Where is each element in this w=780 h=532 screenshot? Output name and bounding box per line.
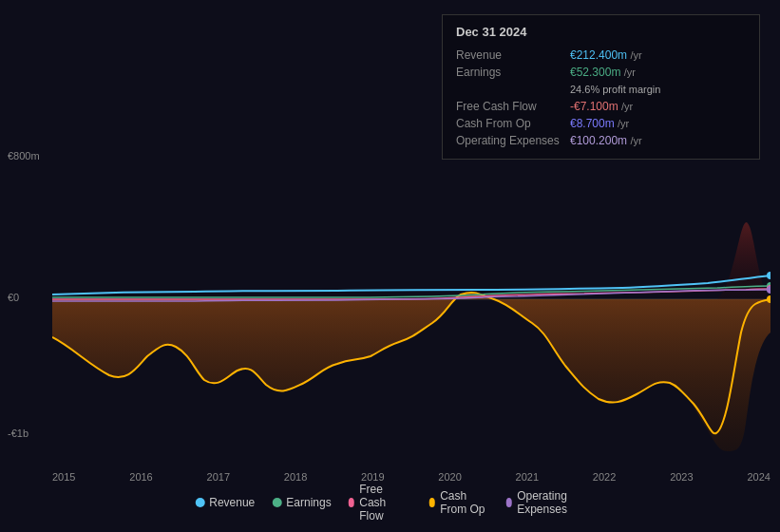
cash-from-op-value: €8.700m /yr: [570, 115, 746, 132]
opex-row: Operating Expenses €100.200m /yr: [456, 132, 746, 149]
revenue-value: €212.400m /yr: [570, 47, 746, 64]
legend-earnings-label: Earnings: [286, 496, 331, 509]
opex-value: €100.200m /yr: [570, 132, 746, 149]
x-axis: 2015 2016 2017 2018 2019 2020 2021 2022 …: [52, 471, 770, 483]
earnings-value: €52.300m /yr: [570, 64, 746, 81]
legend-fcf-label: Free Cash Flow: [359, 483, 411, 522]
y-axis-zero: €0: [8, 292, 19, 303]
legend-earnings-dot: [272, 498, 281, 507]
x-label-2022: 2022: [593, 471, 616, 483]
earnings-label: Earnings: [456, 64, 570, 81]
y-axis-top: €800m: [8, 150, 40, 162]
legend-revenue-dot: [195, 498, 204, 507]
x-label-2015: 2015: [52, 471, 75, 483]
legend-fcf: Free Cash Flow: [349, 483, 412, 522]
cash-from-op-fill: [52, 293, 770, 451]
revenue-end-dot: [767, 272, 770, 279]
revenue-row: Revenue €212.400m /yr: [456, 47, 746, 64]
legend-cash-from-op-label: Cash From Op: [440, 489, 488, 516]
legend-cash-from-op: Cash From Op: [429, 489, 489, 516]
legend-cash-from-op-dot: [429, 498, 436, 507]
cash-from-op-row: Cash From Op €8.700m /yr: [456, 115, 746, 132]
legend-revenue: Revenue: [195, 496, 255, 509]
legend-revenue-label: Revenue: [209, 496, 255, 509]
profit-margin-label: [456, 81, 570, 98]
cash-from-op-label: Cash From Op: [456, 115, 570, 132]
metrics-table: Revenue €212.400m /yr Earnings €52.300m …: [456, 47, 746, 149]
x-label-2020: 2020: [438, 471, 461, 483]
legend-earnings: Earnings: [272, 496, 331, 509]
fcf-label: Free Cash Flow: [456, 98, 570, 115]
main-chart: [52, 147, 770, 451]
x-label-2016: 2016: [129, 471, 152, 483]
legend-fcf-dot: [349, 498, 355, 507]
profit-margin-row: 24.6% profit margin: [456, 81, 746, 98]
fcf-row: Free Cash Flow -€7.100m /yr: [456, 98, 746, 115]
x-label-2019: 2019: [361, 471, 384, 483]
info-box: Dec 31 2024 Revenue €212.400m /yr Earnin…: [442, 14, 760, 160]
profit-margin-value: 24.6% profit margin: [570, 81, 746, 98]
fcf-value: -€7.100m /yr: [570, 98, 746, 115]
date-header: Dec 31 2024: [456, 25, 746, 39]
x-label-2021: 2021: [516, 471, 539, 483]
earnings-row: Earnings €52.300m /yr: [456, 64, 746, 81]
legend-opex-label: Operating Expenses: [517, 489, 585, 516]
legend-opex: Operating Expenses: [506, 489, 585, 516]
x-label-2024: 2024: [747, 471, 770, 483]
x-label-2017: 2017: [207, 471, 230, 483]
legend-opex-dot: [506, 498, 513, 507]
x-label-2023: 2023: [670, 471, 693, 483]
revenue-label: Revenue: [456, 47, 570, 64]
legend: Revenue Earnings Free Cash Flow Cash Fro…: [195, 483, 585, 522]
y-axis-bottom: -€1b: [8, 428, 29, 439]
x-label-2018: 2018: [284, 471, 307, 483]
opex-label: Operating Expenses: [456, 132, 570, 149]
